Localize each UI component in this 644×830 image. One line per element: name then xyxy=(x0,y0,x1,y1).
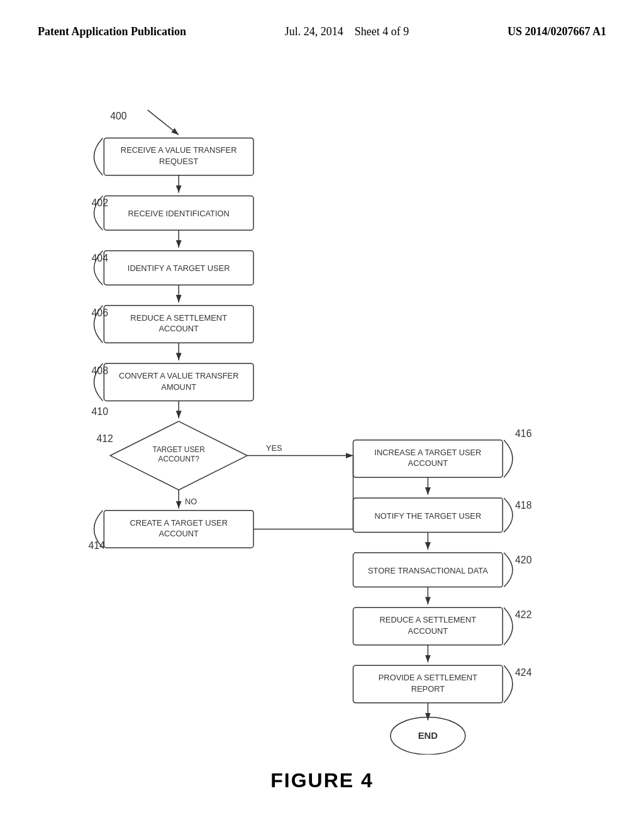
label-create-account-b: ACCOUNT xyxy=(158,529,199,538)
label-diamond-a: TARGET USER xyxy=(153,445,206,454)
page-header: Patent Application Publication Jul. 24, … xyxy=(0,0,644,38)
label-notify-target-user: NOTIFY THE TARGET USER xyxy=(375,511,482,521)
label-end: END xyxy=(418,731,438,741)
label-provide-settlement-report-a: PROVIDE A SETTLEMENT xyxy=(379,673,477,682)
label-create-account-a: CREATE A TARGET USER xyxy=(130,518,228,528)
entry-arrow xyxy=(148,110,179,135)
label-convert-value-transfer-a: CONVERT A VALUE TRANSFER xyxy=(119,371,239,380)
label-reduce-settlement-2b: ACCOUNT xyxy=(408,626,448,636)
label-store-transactional-data: STORE TRANSACTIONAL DATA xyxy=(368,566,488,575)
publication-date-sheet: Jul. 24, 2014 Sheet 4 of 9 xyxy=(285,25,409,38)
patent-number: US 2014/0207667 A1 xyxy=(508,25,606,38)
sheet-number: Sheet 4 of 9 xyxy=(355,25,409,38)
label-receive-value-transfer-2: REQUEST xyxy=(159,157,198,166)
label-diamond-b: ACCOUNT? xyxy=(158,455,200,463)
label-414: 414 xyxy=(89,540,106,551)
label-412: 412 xyxy=(96,433,113,444)
label-424: 424 xyxy=(515,667,532,678)
label-reduce-settlement-1a: REDUCE A SETTLEMENT xyxy=(130,313,227,323)
label-reduce-settlement-2a: REDUCE A SETTLEMENT xyxy=(380,615,477,624)
label-422: 422 xyxy=(515,609,531,620)
label-416: 416 xyxy=(515,428,532,439)
figure-label: FIGURE 4 xyxy=(270,769,374,792)
bracket-box1 xyxy=(94,138,103,175)
label-reduce-settlement-1b: ACCOUNT xyxy=(158,324,199,333)
bracket-box416 xyxy=(504,440,513,477)
label-410: 410 xyxy=(92,406,109,417)
label-418: 418 xyxy=(515,500,532,511)
label-increase-target-user-a: INCREASE A TARGET USER xyxy=(374,448,481,457)
label-identify-target-user: IDENTIFY A TARGET USER xyxy=(128,263,230,273)
label-increase-target-user-b: ACCOUNT xyxy=(408,458,448,468)
label-no: NO xyxy=(185,497,197,506)
diagram-area: 400 RECEIVE A VALUE TRANSFER REQUEST 402… xyxy=(0,101,644,755)
label-400: 400 xyxy=(110,111,127,121)
publication-title: Patent Application Publication xyxy=(38,25,186,38)
bracket-box424 xyxy=(504,665,513,702)
label-yes: YES xyxy=(266,443,282,453)
bracket-box422 xyxy=(504,607,513,645)
label-provide-settlement-report-b: REPORT xyxy=(411,684,445,694)
bracket-box418 xyxy=(504,498,513,532)
label-convert-value-transfer-b: AMOUNT xyxy=(161,382,196,392)
label-receive-identification: RECEIVE IDENTIFICATION xyxy=(128,209,230,218)
label-receive-value-transfer-1: RECEIVE A VALUE TRANSFER xyxy=(121,145,237,155)
label-420: 420 xyxy=(515,555,532,565)
publication-date: Jul. 24, 2014 xyxy=(285,25,343,38)
bracket-box420 xyxy=(504,553,513,587)
